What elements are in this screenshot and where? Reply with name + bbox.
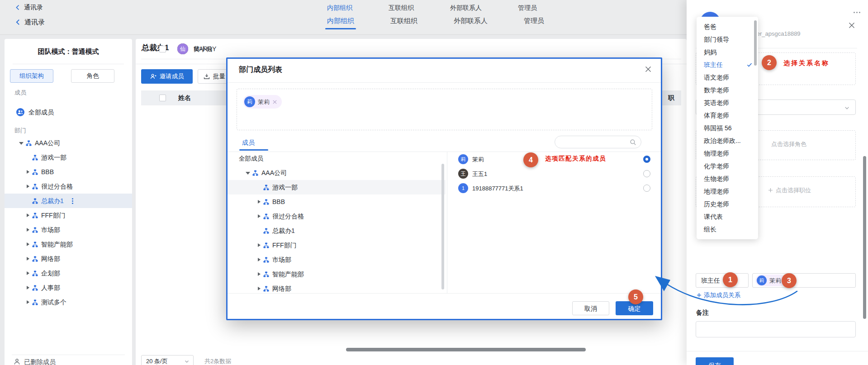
tree-item[interactable]: 网络部: [5, 251, 132, 266]
invite-members-button[interactable]: 邀请成员: [141, 69, 193, 84]
relation-member-box[interactable]: 莉 茉莉: [752, 273, 856, 288]
role-button[interactable]: 角色: [71, 69, 114, 83]
search-input[interactable]: [555, 136, 641, 148]
tree-item[interactable]: BBB: [228, 194, 446, 209]
tree-root-all-members[interactable]: 全部成员: [228, 152, 446, 166]
tree-item[interactable]: 企划部: [5, 266, 132, 280]
dropdown-option[interactable]: 部门领导: [697, 33, 758, 46]
tree-item[interactable]: 智能产能部: [228, 267, 446, 281]
selected-members-area[interactable]: 莉 茉莉: [237, 89, 652, 130]
nav-tab[interactable]: 内部组织: [327, 5, 352, 11]
dropdown-option[interactable]: 物理老师: [697, 147, 758, 160]
caret-icon[interactable]: [256, 242, 263, 249]
tree-item[interactable]: 总裁办1: [228, 223, 446, 238]
caret-icon[interactable]: [24, 241, 32, 248]
dropdown-scrollbar[interactable]: [754, 20, 757, 66]
close-icon[interactable]: [645, 66, 652, 73]
tree-item[interactable]: FFF部门: [228, 238, 446, 252]
nav-tab[interactable]: 外部联系人: [450, 5, 482, 11]
sidebar-item-all-members[interactable]: 全部成员: [5, 105, 132, 119]
dropdown-option[interactable]: 妈妈: [697, 46, 758, 58]
caret-icon[interactable]: [256, 285, 263, 292]
tree-scrollbar[interactable]: [441, 164, 444, 289]
nav-tab[interactable]: 管理员: [524, 17, 544, 24]
tree-item[interactable]: 很过分合格: [5, 179, 132, 194]
dropdown-option[interactable]: 课代表: [697, 210, 758, 223]
remove-chip-icon[interactable]: [272, 100, 277, 104]
caret-icon[interactable]: [245, 169, 252, 176]
caret-icon[interactable]: [256, 227, 263, 234]
vertical-scrollbar[interactable]: [863, 156, 866, 319]
close-icon[interactable]: [848, 22, 855, 29]
remark-input[interactable]: [696, 321, 856, 337]
dropdown-option[interactable]: 韩国福 56: [697, 122, 758, 134]
caret-icon[interactable]: [24, 197, 32, 204]
select-all-checkbox[interactable]: [159, 95, 166, 101]
member-row[interactable]: 1 19188877771关系1: [447, 181, 661, 195]
caret-icon[interactable]: [256, 270, 263, 278]
dropdown-option[interactable]: 班主任: [697, 58, 758, 71]
dropdown-option[interactable]: 组长: [697, 223, 758, 236]
tree-item[interactable]: 智能产能部: [5, 237, 132, 251]
dropdown-option[interactable]: 数学老师: [697, 84, 758, 96]
caret-icon[interactable]: [24, 212, 32, 219]
back-link[interactable]: 通讯录: [15, 4, 43, 10]
deleted-members-link[interactable]: 已删除成员: [14, 358, 56, 365]
ellipsis-icon[interactable]: [852, 7, 860, 14]
tree-item[interactable]: 市场部: [5, 223, 132, 237]
caret-icon[interactable]: [24, 270, 32, 277]
tree-item[interactable]: 总裁办1: [5, 194, 132, 208]
tree-item[interactable]: 测试多个: [5, 295, 132, 309]
tree-item[interactable]: 网络部: [228, 281, 446, 293]
caret-icon[interactable]: [256, 198, 263, 205]
dropdown-option[interactable]: 体育老师: [697, 109, 758, 122]
tree-item[interactable]: AAA公司: [5, 136, 132, 150]
nav-tab[interactable]: 管理员: [518, 5, 537, 11]
dropdown-option[interactable]: 爸爸: [697, 20, 758, 33]
kebab-icon[interactable]: [72, 200, 73, 202]
caret-icon[interactable]: [24, 299, 32, 306]
dropdown-option[interactable]: 语文老师: [697, 71, 758, 84]
caret-icon[interactable]: [24, 226, 32, 233]
member-radio[interactable]: [643, 156, 650, 163]
horizontal-scrollbar[interactable]: [346, 348, 586, 351]
tree-item[interactable]: AAA公司: [228, 166, 446, 180]
tree-item[interactable]: 人事部: [5, 280, 132, 295]
nav-tab[interactable]: 内部组织: [327, 17, 354, 24]
member-radio[interactable]: [643, 185, 650, 192]
caret-icon[interactable]: [256, 184, 263, 191]
caret-icon[interactable]: [24, 284, 32, 291]
nav-tab[interactable]: 外部联系人: [454, 17, 488, 24]
dropdown-option[interactable]: 地理老师: [697, 185, 758, 198]
dropdown-option[interactable]: 化学老师: [697, 160, 758, 172]
caret-icon[interactable]: [256, 256, 263, 263]
org-structure-button[interactable]: 组织架构: [10, 69, 53, 83]
selected-member-chip[interactable]: 莉 茉莉: [243, 95, 282, 109]
tree-item[interactable]: 游戏一部: [228, 180, 446, 194]
dropdown-option[interactable]: 政治老师政...: [697, 134, 758, 147]
table-row[interactable]: 仙 黄小仙: [141, 39, 681, 59]
caret-icon[interactable]: [24, 154, 32, 161]
dropdown-option[interactable]: 历史老师: [697, 198, 758, 210]
relation-member-chip[interactable]: 莉 茉莉: [755, 275, 786, 286]
caret-icon[interactable]: [256, 213, 263, 220]
nav-tab[interactable]: 互联组织: [390, 17, 417, 24]
member-row[interactable]: 王 王五1: [447, 166, 661, 181]
save-button[interactable]: 保存: [696, 357, 734, 365]
dropdown-option[interactable]: 生物老师: [697, 172, 758, 185]
tree-item[interactable]: BBB: [5, 165, 132, 179]
tab-members[interactable]: 成员: [242, 139, 255, 146]
tree-item[interactable]: 市场部: [228, 252, 446, 267]
row-checkbox[interactable]: [159, 46, 166, 52]
cancel-button[interactable]: 取消: [572, 301, 609, 315]
caret-icon[interactable]: [24, 255, 32, 262]
dropdown-option[interactable]: 英语老师: [697, 96, 758, 109]
tree-item[interactable]: FFF部门: [5, 208, 132, 223]
caret-icon[interactable]: [24, 183, 32, 190]
tree-item[interactable]: 很过分合格: [228, 209, 446, 223]
member-radio[interactable]: [643, 170, 650, 177]
relation-value-box[interactable]: 班主任: [696, 273, 749, 288]
nav-tab[interactable]: 互联组织: [389, 5, 414, 11]
caret-icon[interactable]: [24, 168, 32, 175]
add-relation-link[interactable]: 添加成员关系: [697, 292, 740, 299]
